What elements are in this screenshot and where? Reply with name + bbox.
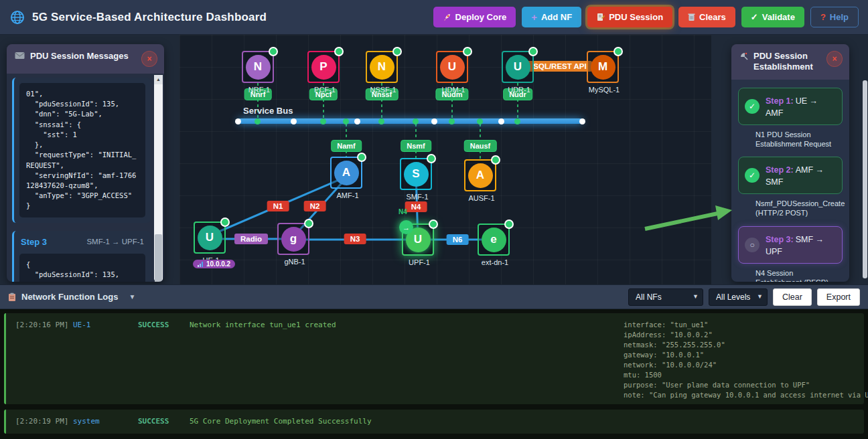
app-header: 5G Service-Based Architecture Dashboard … [0, 0, 868, 35]
check-icon: ✓ [745, 168, 760, 183]
node-ausf-1[interactable]: AAUSF-1 [464, 159, 496, 191]
node-udm-1[interactable]: UUDM-1 [436, 51, 468, 83]
node-name: PCF-1 [297, 86, 353, 94]
bus-connector-dot [514, 118, 520, 124]
log-details: interface: "tun_ue1" ipAddress: "10.0.0.… [624, 320, 868, 400]
logs-body[interactable]: [2:20:16 PM] UE-1 SUCCESS Network interf… [0, 309, 868, 439]
step-1-box[interactable]: ✓ Step 1:UE → AMF [738, 88, 843, 125]
antenna-icon [739, 52, 749, 61]
pdu-session-button[interactable]: PDU Session [587, 7, 672, 27]
node-letter: e [482, 228, 506, 252]
step-3-desc: N4 Session Establishment (PFCP) [755, 268, 841, 282]
pdu-establishment-panel: PDU Session Establishment × ✓ Step 1:UE … [731, 44, 849, 282]
pdu-step3-card: Step 3 SMF-1 → UPF-1 { "pduSessionId": 1… [12, 231, 151, 282]
node-nssf-1[interactable]: NNSSF-1 [366, 51, 398, 83]
deploy-core-button[interactable]: Deploy Core [433, 7, 516, 27]
packet-n4-label: N4 [399, 208, 407, 215]
bus-connector-dot [449, 118, 455, 124]
log-level: SUCCESS [138, 417, 190, 426]
check-icon: ✓ [745, 99, 760, 114]
validate-button[interactable]: ✓ Validate [741, 7, 804, 27]
close-icon[interactable]: × [826, 51, 843, 67]
node-mysql-1[interactable]: MMySQL-1 [587, 51, 619, 83]
node-name: ext-dn-1 [467, 258, 523, 266]
service-bus-label: Service Bus [243, 106, 293, 116]
node-nrf-1[interactable]: NNRF-1 [242, 51, 274, 83]
node-letter: U [440, 55, 465, 80]
status-dot [429, 220, 438, 229]
collapse-icon[interactable]: ▼ [129, 293, 135, 300]
node-letter: S [404, 162, 429, 187]
status-dot [504, 220, 514, 229]
node-ue-1[interactable]: UUE-1 [194, 222, 226, 254]
clear-logs-button[interactable]: Clear [773, 288, 812, 306]
log-entry: [2:20:19 PM] system SUCCESS 5G Core Depl… [4, 410, 864, 434]
bus-dot [291, 118, 297, 124]
step3-json: { "pduSessionId": 135, "ueIpAllocation":… [19, 254, 145, 282]
node-letter: U [198, 226, 222, 250]
node-smf-1[interactable]: SSMF-1 [400, 158, 432, 190]
scrollbar-thumb[interactable] [155, 234, 162, 282]
page-title: 5G Service-Based Architecture Dashboard [32, 11, 267, 24]
bus-connector-dot [320, 118, 326, 124]
bus-endpoint-dot [235, 118, 241, 124]
help-button[interactable]: ? Help [810, 7, 859, 27]
nf-filter-select[interactable]: All NFs [628, 288, 703, 306]
link-label-n4: N4 [405, 201, 427, 212]
node-gnb-1[interactable]: ggNB-1 [277, 223, 309, 255]
logs-toolbar: Network Function Logs ▼ All NFs ▼ All Le… [0, 284, 868, 309]
close-icon[interactable]: × [141, 51, 157, 67]
link-label-n1: N1 [267, 201, 289, 211]
link-label-n6: N6 [447, 234, 469, 245]
packet-arrow-icon: → [399, 220, 413, 234]
node-name: SMF-1 [389, 193, 445, 201]
node-ext-dn-1[interactable]: eext-dn-1 [478, 224, 510, 256]
node-name: UDM-1 [425, 86, 482, 94]
node-pcf-1[interactable]: PPCF-1 [307, 51, 340, 83]
bus-dot [431, 118, 437, 124]
status-dot [613, 47, 623, 56]
pdu-messages-header: PDU Session Messages × [7, 44, 164, 74]
pdu-messages-body[interactable]: 01", "pduSessionId": 135, "dnn": "5G-Lab… [7, 74, 164, 282]
log-timestamp: [2:20:19 PM] [15, 417, 73, 426]
clipboard-icon [8, 292, 16, 302]
bus-dot [498, 118, 504, 124]
export-logs-button[interactable]: Export [817, 288, 860, 306]
node-amf-1[interactable]: AAMF-1 [330, 157, 362, 189]
badge-nsmf: Nsmf [401, 140, 431, 152]
level-filter-select[interactable]: All Levels [709, 288, 768, 306]
status-dot [392, 47, 402, 56]
clears-button[interactable]: Clears [678, 7, 735, 27]
status-dot [528, 47, 538, 56]
step-3-box[interactable]: ○ Step 3:SMF → UPF [738, 226, 843, 264]
rocket-icon [443, 13, 451, 21]
node-name: NRF-1 [231, 86, 287, 94]
pdu-message-card: 01", "pduSessionId": 135, "dnn": "5G-Lab… [12, 78, 151, 223]
logs-title: Network Function Logs [21, 292, 118, 302]
topology-canvas[interactable]: Service Bus Nnrf Npcf Nnssf Nudm Nudr Na… [179, 35, 711, 284]
node-name: UPF-1 [391, 258, 447, 266]
pdu-session-messages-panel: PDU Session Messages × 01", "pduSessionI… [7, 44, 164, 282]
scroll-up-icon[interactable]: ▲ [154, 75, 163, 84]
step-2-box[interactable]: ✓ Step 2:AMF → SMF [738, 157, 843, 194]
log-source: UE-1 [73, 321, 138, 329]
status-dot [334, 47, 344, 56]
steps-list: ✓ Step 1:UE → AMF N1 PDU Session Establi… [731, 80, 849, 282]
status-dot [269, 47, 278, 56]
right-scrollbar[interactable] [863, 80, 867, 278]
node-letter: U [506, 55, 530, 80]
link-label-n2: N2 [304, 201, 326, 211]
node-udr-1[interactable]: UUDR-1 [502, 51, 534, 83]
link-label-sql-rest-api: SQL/REST API [527, 61, 592, 72]
service-bus [238, 118, 583, 124]
left-panel-scrollbar[interactable]: ▲ [154, 75, 163, 280]
bus-connector-dot [477, 118, 483, 124]
node-letter: A [334, 161, 359, 185]
bus-connector-dot [343, 118, 349, 124]
bus-endpoint-dot [579, 118, 585, 124]
node-name: MySQL-1 [576, 86, 632, 94]
link-label-radio: Radio [234, 234, 268, 244]
log-message: 5G Core Deployment Completed Successfull… [190, 417, 372, 426]
add-nf-button[interactable]: + Add NF [522, 7, 581, 27]
node-letter: g [281, 227, 306, 252]
